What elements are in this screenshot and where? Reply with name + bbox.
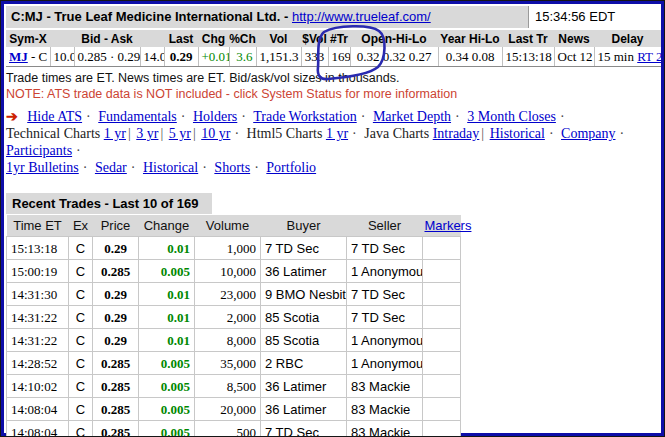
trade-exchange: C xyxy=(69,398,93,421)
tech-chart-10yr-link[interactable]: 10 yr xyxy=(201,126,230,141)
last-price-cell: 0.29 xyxy=(164,47,198,67)
symbol-title-area: C:MJ - True Leaf Medicine International … xyxy=(6,6,529,28)
quote-header-openhilo: Open-Hi-Lo xyxy=(350,30,438,47)
symbol-link[interactable]: MJ xyxy=(9,49,28,64)
pipe-separator: | xyxy=(193,126,196,141)
trade-buyer: 36 Latimer xyxy=(261,375,347,398)
trades-header-price: Price xyxy=(93,215,139,237)
dot-separator: · xyxy=(361,109,366,124)
quote-header-lasttr: Last Tr xyxy=(502,30,554,47)
trades-header-ex: Ex xyxy=(69,215,93,237)
trade-change: 0.01 xyxy=(139,237,195,260)
quote-header-last: Last xyxy=(164,30,198,47)
dot-separator: · xyxy=(352,126,357,141)
pipe-separator: | xyxy=(160,126,163,141)
table-row: 14:31:22 C 0.29 0.01 8,000 85 Scotia 1 A… xyxy=(7,329,461,352)
pipe-separator: | xyxy=(128,126,131,141)
table-row: 14:31:22 C 0.29 0.01 2,000 85 Scotia 7 T… xyxy=(7,306,461,329)
recent-trades-title: Recent Trades - Last 10 of 169 xyxy=(6,193,212,214)
trade-change: 0.005 xyxy=(139,398,195,421)
trade-exchange: C xyxy=(69,260,93,283)
nav-link-market-depth[interactable]: Market Depth xyxy=(373,109,451,124)
trade-price: 0.285 xyxy=(93,352,139,375)
realtime-link[interactable]: RT 2 xyxy=(637,49,661,64)
trades-header-seller: Seller xyxy=(347,215,423,237)
trade-volume: 8,000 xyxy=(195,329,261,352)
nav-link-hide-ats[interactable]: Hide ATS xyxy=(27,109,82,124)
year-hi-lo-cell: 0.34 0.08 xyxy=(438,47,502,67)
trade-markers xyxy=(423,352,461,375)
change-cell: +0.01 xyxy=(198,47,229,67)
page-title: C:MJ - True Leaf Medicine International … xyxy=(11,9,288,24)
tech-chart-1yr-link[interactable]: 1 yr xyxy=(104,126,126,141)
dot-separator: · xyxy=(241,109,246,124)
portfolio-link[interactable]: Portfolio xyxy=(266,160,316,175)
trade-change: 0.005 xyxy=(139,421,195,437)
recent-trades-table: Time ET Ex Price Change Volume Buyer Sel… xyxy=(6,215,461,437)
trade-change: 0.01 xyxy=(139,306,195,329)
recent-trades-section: Recent Trades - Last 10 of 169 Time ET E… xyxy=(6,193,659,437)
sedar-link[interactable]: Sedar xyxy=(95,160,127,175)
table-row: 15:00:19 C 0.285 0.005 10,000 36 Latimer… xyxy=(7,260,461,283)
nav-link-trade-workstation[interactable]: Trade Workstation xyxy=(253,109,356,124)
quote-header-yearhilo: Year Hi-Lo xyxy=(438,30,502,47)
trade-seller: 83 Mackie xyxy=(347,375,423,398)
tech-chart-5yr-link[interactable]: 5 yr xyxy=(169,126,191,141)
trade-exchange: C xyxy=(69,421,93,437)
table-row: 14:08:04 C 0.285 0.005 20,000 36 Latimer… xyxy=(7,398,461,421)
shorts-link[interactable]: Shorts xyxy=(214,160,250,175)
trade-volume: 10,000 xyxy=(195,260,261,283)
dot-separator: · xyxy=(86,109,91,124)
trade-markers xyxy=(423,260,461,283)
html5-charts-label: Html5 Charts xyxy=(247,126,323,141)
table-row: 14:10:02 C 0.285 0.005 8,500 36 Latimer … xyxy=(7,375,461,398)
trade-change: 0.01 xyxy=(139,283,195,306)
trade-price: 0.285 xyxy=(93,260,139,283)
dot-separator: · xyxy=(549,126,554,141)
trade-volume: 35,000 xyxy=(195,352,261,375)
company-link[interactable]: Company xyxy=(561,126,615,141)
ask-size-cell: 14.0 xyxy=(140,47,164,67)
company-website-link[interactable]: http://www.trueleaf.com/ xyxy=(292,9,431,24)
participants-link[interactable]: Participants xyxy=(6,143,72,158)
quote-header-dollarvol: $Vol xyxy=(301,30,328,47)
bulletins-link[interactable]: 1yr Bulletins xyxy=(6,160,79,175)
trade-markers xyxy=(423,237,461,260)
trade-price: 0.285 xyxy=(93,375,139,398)
title-bar: C:MJ - True Leaf Medicine International … xyxy=(6,6,659,30)
open-hi-lo-cell: 0.32 0.32 0.27 xyxy=(350,47,438,67)
html5-chart-1yr-link[interactable]: 1 yr xyxy=(326,126,348,141)
trade-seller: 1 Anonymous xyxy=(347,329,423,352)
dot-separator: · xyxy=(83,160,88,175)
trade-buyer: 7 TD Sec xyxy=(261,237,347,260)
trade-markers xyxy=(423,306,461,329)
table-row: 14:31:30 C 0.29 0.01 23,000 9 BMO Nesbit… xyxy=(7,283,461,306)
trade-change: 0.005 xyxy=(139,260,195,283)
clock: 15:34:56 EDT xyxy=(529,6,659,28)
dot-separator: · xyxy=(560,109,565,124)
nav-link-fundamentals[interactable]: Fundamentals xyxy=(98,109,177,124)
trade-price: 0.285 xyxy=(93,421,139,437)
trade-buyer: 36 Latimer xyxy=(261,260,347,283)
trade-buyer: 7 TD Sec xyxy=(261,421,347,437)
trade-markers xyxy=(423,421,461,437)
ats-warning-note: NOTE: ATS trade data is NOT included - c… xyxy=(6,87,659,101)
quote-data-row: MJ - C 10.0 0.285 · 0.29 14.0 0.29 +0.01… xyxy=(6,47,661,67)
trades-header-volume: Volume xyxy=(195,215,261,237)
nav-link-holders[interactable]: Holders xyxy=(193,109,237,124)
tech-chart-3yr-link[interactable]: 3 yr xyxy=(136,126,158,141)
java-historical-link[interactable]: Historical xyxy=(490,126,545,141)
trade-time: 14:08:04 xyxy=(7,421,69,437)
markers-link[interactable]: Markers xyxy=(425,218,472,233)
trade-exchange: C xyxy=(69,329,93,352)
trade-times-note: Trade times are ET. News times are ET. B… xyxy=(6,71,659,85)
trade-time: 14:08:04 xyxy=(7,398,69,421)
nav-link-3-month-closes[interactable]: 3 Month Closes xyxy=(467,109,556,124)
delay-cell: 15 min RT 2 xyxy=(594,47,661,67)
trade-time: 14:31:22 xyxy=(7,329,69,352)
java-intraday-link[interactable]: Intraday xyxy=(433,126,480,141)
historical-link[interactable]: Historical xyxy=(143,160,198,175)
trades-header-buyer: Buyer xyxy=(261,215,347,237)
trades-header-markers: Markers xyxy=(423,215,461,237)
bid-ask-cell: 0.285 · 0.29 xyxy=(74,47,140,67)
